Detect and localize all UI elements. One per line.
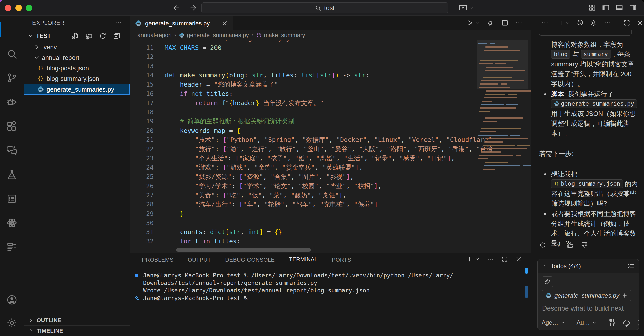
- send-button-icon[interactable]: [637, 319, 639, 327]
- todos-widget: Todos (4/4) generate_summaries.py Descri…: [537, 259, 639, 330]
- screen-cast-control[interactable]: [459, 4, 474, 12]
- maximize-panel-icon[interactable]: [501, 256, 508, 263]
- close-icon[interactable]: [221, 20, 228, 27]
- regenerate-icon[interactable]: [539, 241, 546, 249]
- activity-item-outline-notes[interactable]: [0, 235, 24, 259]
- panel-tab-debug-console[interactable]: DEBUG CONSOLE: [225, 257, 275, 266]
- line-number: 25: [130, 173, 165, 180]
- breadcrumb-separator: ›: [252, 32, 253, 38]
- sidebar-section-outline[interactable]: OUTLINE: [24, 315, 130, 325]
- new-chat-icon[interactable]: [557, 19, 565, 27]
- activity-item-chat[interactable]: [0, 138, 24, 162]
- maximize-chat-icon[interactable]: [623, 19, 631, 27]
- breadcrumb-item[interactable]: generate_summaries.py: [179, 32, 249, 39]
- model-dropdown[interactable]: Au…: [577, 319, 597, 326]
- activity-item-run-debug[interactable]: [0, 90, 24, 114]
- layout-grid-icon[interactable]: [588, 4, 596, 12]
- undo-icon[interactable]: [553, 241, 560, 249]
- chat-header: [531, 16, 644, 30]
- chat-input-placeholder[interactable]: Describe what to build next: [542, 305, 624, 312]
- run-dropdown-chevron-icon[interactable]: [475, 20, 480, 25]
- activity-item-extensions[interactable]: [0, 114, 24, 138]
- zoom-window-button[interactable]: [26, 5, 32, 11]
- activity-item-react[interactable]: [0, 211, 24, 235]
- minimap-line: [483, 77, 512, 78]
- more-panel-actions-icon[interactable]: [487, 256, 494, 263]
- terminal-line: Jane@larrys-MacBook-Pro test % /Users/la…: [130, 272, 531, 279]
- activity-item-settings[interactable]: [0, 311, 24, 334]
- close-chat-icon[interactable]: [636, 19, 644, 27]
- file-label: .venv: [42, 44, 57, 51]
- chat-panel: 博客的对象数组，字段为 blog 与 summary，每条 summary 均以…: [531, 16, 644, 336]
- run-python-file-icon[interactable]: [466, 19, 473, 27]
- back-arrow-icon[interactable]: [172, 4, 181, 12]
- activity-item-explorer[interactable]: [0, 18, 24, 42]
- file-reference-chip[interactable]: {}blog-summary.json: [551, 179, 623, 188]
- sidebar-section-timeline[interactable]: TIMELINE: [24, 325, 130, 336]
- checklist-icon[interactable]: [627, 262, 635, 270]
- collapse-all-icon[interactable]: [113, 32, 121, 40]
- activity-item-source-control[interactable]: [0, 66, 24, 90]
- horizontal-scrollbar[interactable]: [176, 248, 311, 252]
- code-text: def make_summary(blog: str, titles: list…: [165, 72, 369, 79]
- panel-tab-problems[interactable]: PROBLEMS: [142, 257, 173, 266]
- json-icon: {}: [37, 75, 44, 82]
- minimap[interactable]: [477, 40, 528, 253]
- panel-left-icon[interactable]: [602, 4, 610, 12]
- chat-history-icon[interactable]: [576, 19, 584, 27]
- file-reference-chip[interactable]: generate_summaries.py: [551, 99, 637, 108]
- close-panel-icon[interactable]: [515, 256, 522, 263]
- todos-header[interactable]: Todos (4/4): [538, 259, 639, 273]
- breadcrumb-item[interactable]: annual-report: [137, 32, 172, 39]
- panel-tab-terminal[interactable]: TERMINAL: [289, 256, 317, 266]
- more-chat-actions-icon[interactable]: [541, 19, 549, 27]
- chat-settings-icon[interactable]: [590, 19, 597, 27]
- python-icon: [135, 20, 142, 27]
- code-editor[interactable]: 10OUT_PATH = ROOT / "blog-summary.json"1…: [130, 40, 531, 253]
- terminal[interactable]: Jane@larrys-MacBook-Pro test % /Users/la…: [130, 272, 531, 302]
- activity-item-account[interactable]: [0, 288, 24, 311]
- more-editor-actions-icon[interactable]: [515, 19, 523, 27]
- terminal-text: Downloads/test/annual-report/generate_su…: [143, 280, 317, 286]
- tree-item-.venv[interactable]: .venv: [24, 42, 130, 52]
- refresh-icon[interactable]: [99, 32, 107, 40]
- context-file-chip[interactable]: generate_summaries.py: [542, 290, 631, 301]
- new-terminal-icon[interactable]: [466, 256, 473, 263]
- terminal-scrollbar[interactable]: [525, 286, 528, 298]
- tab-generate-summaries[interactable]: generate_summaries.py: [130, 16, 233, 30]
- forward-arrow-icon[interactable]: [189, 4, 197, 12]
- attach-context-button[interactable]: [542, 276, 553, 287]
- cloud-send-icon[interactable]: [623, 319, 631, 327]
- command-center-search[interactable]: test: [201, 2, 448, 13]
- tree-item-annual-report[interactable]: annual-report: [24, 52, 130, 63]
- tools-icon[interactable]: [608, 319, 616, 327]
- minimap-line: [480, 60, 518, 61]
- thumbs-down-icon[interactable]: [581, 241, 588, 249]
- paperclip-icon: [544, 279, 551, 285]
- agent-mode-dropdown[interactable]: Age…: [542, 319, 565, 326]
- split-editor-icon[interactable]: [501, 19, 509, 27]
- tree-item-generate-summaries.py[interactable]: generate_summaries.py: [24, 84, 130, 95]
- more-chat-actions-icon[interactable]: [604, 19, 611, 27]
- minimap-slider[interactable]: [477, 40, 528, 89]
- terminal-dropdown-chevron-icon[interactable]: [475, 257, 480, 262]
- breadcrumb-item[interactable]: make_summary: [256, 32, 305, 39]
- megaphone-icon[interactable]: [487, 19, 494, 27]
- panel-right-icon[interactable]: [629, 4, 637, 12]
- new-file-icon[interactable]: [71, 32, 79, 40]
- panel-tab-ports[interactable]: PORTS: [332, 257, 351, 266]
- more-actions-icon[interactable]: [115, 19, 122, 27]
- new-chat-dropdown-chevron-icon[interactable]: [565, 20, 571, 26]
- thumbs-up-icon[interactable]: [567, 241, 574, 249]
- minimize-window-button[interactable]: [15, 5, 22, 11]
- activity-item-testing[interactable]: [0, 162, 24, 187]
- panel-bottom-icon[interactable]: [615, 4, 623, 12]
- tree-item-blog-posts.json[interactable]: {}blog-posts.json: [24, 63, 130, 73]
- close-window-button[interactable]: [5, 5, 11, 11]
- tree-item-blog-summary.json[interactable]: {}blog-summary.json: [24, 73, 130, 84]
- workspace-section-header[interactable]: TEST: [24, 30, 130, 42]
- activity-item-search[interactable]: [0, 42, 24, 66]
- new-folder-icon[interactable]: [85, 32, 93, 40]
- activity-item-todo-list[interactable]: [0, 187, 24, 211]
- panel-tab-output[interactable]: OUTPUT: [188, 257, 211, 266]
